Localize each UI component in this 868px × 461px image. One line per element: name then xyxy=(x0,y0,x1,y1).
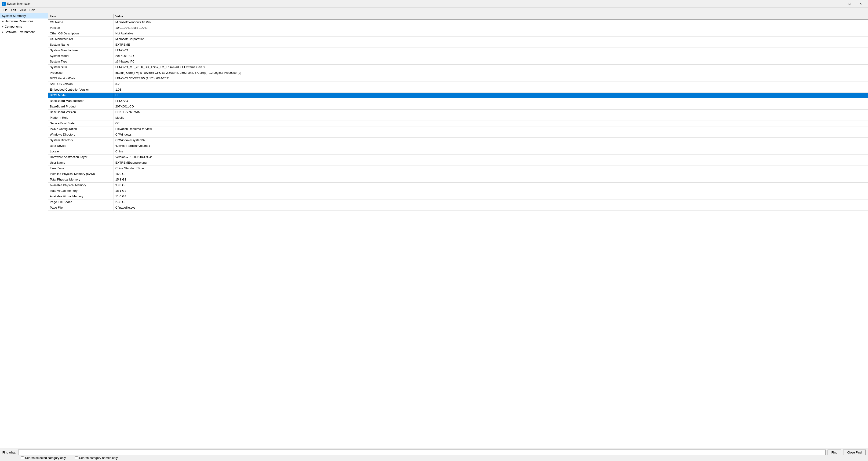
table-row[interactable]: BaseBoard VersionSDK0L77769 WIN xyxy=(48,110,868,115)
sidebar-item-label: Hardware Resources xyxy=(5,20,33,23)
sidebar-item-components[interactable]: ▶Components xyxy=(0,24,48,29)
menu-item-view[interactable]: View xyxy=(18,8,28,12)
table-row[interactable]: LocaleChina xyxy=(48,149,868,154)
table-cell-value: 11.0 GB xyxy=(114,194,868,199)
table-cell-item: Processor xyxy=(48,70,114,76)
table-cell-item: Available Physical Memory xyxy=(48,183,114,188)
table-row[interactable]: System NameEXTREME xyxy=(48,42,868,48)
close-button[interactable]: ✕ xyxy=(856,1,866,7)
table-cell-value: LENOVO N2VET32W (1.17 ), 6/24/2021 xyxy=(114,76,868,81)
table-cell-value: 9.93 GB xyxy=(114,183,868,188)
sidebar-item-label: Software Environment xyxy=(5,30,35,34)
menu-item-edit[interactable]: Edit xyxy=(9,8,18,12)
table-cell-value: SDK0L77769 WIN xyxy=(114,110,868,115)
table-cell-item: Total Physical Memory xyxy=(48,177,114,182)
table-cell-item: Version xyxy=(48,25,114,31)
table-row[interactable]: User NameEXTREME\gongluyang xyxy=(48,160,868,166)
table-cell-value: 3.2 xyxy=(114,82,868,87)
table-cell-item: BaseBoard Manufacturer xyxy=(48,98,114,104)
table-cell-item: System Type xyxy=(48,59,114,64)
table-cell-value: Off xyxy=(114,121,868,126)
table-row[interactable]: System SKULENOVO_MT_20TK_BU_Think_FM_Thi… xyxy=(48,65,868,70)
table-row[interactable]: Available Physical Memory9.93 GB xyxy=(48,183,868,188)
table-cell-item: SMBIOS Version xyxy=(48,82,114,87)
table-cell-item: Boot Device xyxy=(48,143,114,149)
expand-arrow-icon: ▶ xyxy=(2,20,4,23)
table-row[interactable]: SMBIOS Version3.2 xyxy=(48,82,868,87)
table-row[interactable]: Hardware Abstraction LayerVersion = "10.… xyxy=(48,154,868,160)
table-row[interactable]: Embedded Controller Version1.08 xyxy=(48,87,868,93)
minimize-button[interactable]: — xyxy=(833,1,844,7)
table-row[interactable]: Page File Space2.38 GB xyxy=(48,200,868,205)
menu-item-file[interactable]: File xyxy=(1,8,9,12)
table-row[interactable]: Time ZoneChina Standard Time xyxy=(48,166,868,171)
table-row[interactable]: Page FileC:\pagefile.sys xyxy=(48,205,868,211)
close-find-button[interactable]: Close Find xyxy=(843,450,866,455)
search-category-names-checkbox-label[interactable]: Search category names only xyxy=(75,456,118,460)
table-row[interactable]: BaseBoard ManufacturerLENOVO xyxy=(48,98,868,104)
maximize-button[interactable]: □ xyxy=(844,1,855,7)
table-cell-value: LENOVO xyxy=(114,48,868,53)
sidebar-item-software-environment[interactable]: ▶Software Environment xyxy=(0,29,48,35)
table-row[interactable]: OS NameMicrosoft Windows 10 Pro xyxy=(48,20,868,25)
table-cell-item: BIOS Version/Date xyxy=(48,76,114,81)
table-row[interactable]: Boot Device\Device\HarddiskVolume1 xyxy=(48,143,868,149)
table-row[interactable]: Version10.0.19043 Build 19043 xyxy=(48,25,868,31)
expand-arrow-icon: ▶ xyxy=(2,31,4,33)
table-cell-value: Microsoft Windows 10 Pro xyxy=(114,20,868,25)
table-row[interactable]: BIOS Version/DateLENOVO N2VET32W (1.17 )… xyxy=(48,76,868,82)
table-cell-item: PCR7 Configuration xyxy=(48,126,114,132)
menu-item-help[interactable]: Help xyxy=(28,8,37,12)
table-cell-value: China xyxy=(114,149,868,154)
table-cell-item: Page File Space xyxy=(48,200,114,205)
table-row[interactable]: Secure Boot StateOff xyxy=(48,121,868,126)
sidebar: System Summary▶Hardware Resources▶Compon… xyxy=(0,13,48,448)
sidebar-item-system-summary[interactable]: System Summary xyxy=(0,13,48,19)
right-panel: Item Value OS NameMicrosoft Windows 10 P… xyxy=(48,13,868,448)
table-cell-item: Time Zone xyxy=(48,166,114,171)
find-what-label: Find what: xyxy=(2,451,17,454)
sidebar-item-hardware-resources[interactable]: ▶Hardware Resources xyxy=(0,19,48,24)
search-category-names-checkbox[interactable] xyxy=(75,456,78,459)
table-cell-value: China Standard Time xyxy=(114,166,868,171)
table-row[interactable]: System ManufacturerLENOVO xyxy=(48,48,868,53)
table-cell-item: System Directory xyxy=(48,138,114,143)
sidebar-item-label: System Summary xyxy=(2,14,26,18)
table-row[interactable]: System Typex64-based PC xyxy=(48,59,868,65)
find-input[interactable] xyxy=(18,450,826,455)
title-bar-controls: — □ ✕ xyxy=(833,1,866,7)
table-row[interactable]: OS ManufacturerMicrosoft Corporation xyxy=(48,36,868,42)
table-cell-value: C:\pagefile.sys xyxy=(114,205,868,210)
header-value: Value xyxy=(114,14,868,19)
table-row[interactable]: BIOS ModeUEFI xyxy=(48,93,868,98)
table-row[interactable]: Platform RoleMobile xyxy=(48,115,868,121)
table-row[interactable]: System Model20TK001LCD xyxy=(48,53,868,59)
table-row[interactable]: Installed Physical Memory (RAM)16.0 GB xyxy=(48,171,868,177)
search-category-names-label: Search category names only xyxy=(79,456,118,460)
table-cell-value: Elevation Required to View xyxy=(114,126,868,132)
table-row[interactable]: Total Virtual Memory18.1 GB xyxy=(48,188,868,194)
table-row[interactable]: Total Physical Memory15.8 GB xyxy=(48,177,868,183)
table-header: Item Value xyxy=(48,13,868,20)
table-cell-value: Intel(R) Core(TM) i7-10750H CPU @ 2.60GH… xyxy=(114,70,868,76)
table-cell-item: Locale xyxy=(48,149,114,154)
table-row[interactable]: Other OS DescriptionNot Available xyxy=(48,31,868,36)
table-cell-value: x64-based PC xyxy=(114,59,868,64)
table-row[interactable]: PCR7 ConfigurationElevation Required to … xyxy=(48,126,868,132)
table-row[interactable]: ProcessorIntel(R) Core(TM) i7-10750H CPU… xyxy=(48,70,868,76)
table-cell-item: BaseBoard Product xyxy=(48,104,114,109)
search-selected-category-checkbox[interactable] xyxy=(21,456,24,459)
table-cell-value: Microsoft Corporation xyxy=(114,36,868,42)
app-icon: i xyxy=(2,2,6,6)
table-cell-item: Page File xyxy=(48,205,114,210)
table-row[interactable]: Windows DirectoryC:\Windows xyxy=(48,132,868,138)
table-cell-value: EXTREME\gongluyang xyxy=(114,160,868,166)
find-button[interactable]: Find xyxy=(828,450,841,455)
search-selected-category-checkbox-label[interactable]: Search selected category only xyxy=(21,456,66,460)
title-bar-text: System Information xyxy=(7,2,833,5)
table-row[interactable]: BaseBoard Product20TK001LCD xyxy=(48,104,868,110)
table-row[interactable]: System DirectoryC:\Windows\system32 xyxy=(48,138,868,143)
table-body[interactable]: OS NameMicrosoft Windows 10 ProVersion10… xyxy=(48,20,868,448)
table-row[interactable]: Available Virtual Memory11.0 GB xyxy=(48,194,868,200)
table-cell-value: EXTREME xyxy=(114,42,868,48)
